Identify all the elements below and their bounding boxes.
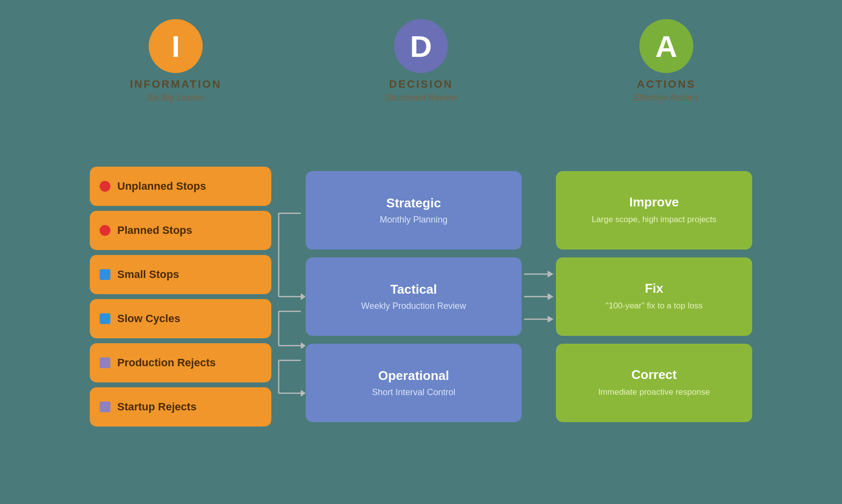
- decision-circle-letter: D: [410, 29, 432, 64]
- left-bracket: [276, 167, 306, 427]
- info-circle: I: [149, 19, 203, 73]
- action-box-1: Fix"100-year" fix to a top loss: [556, 257, 752, 336]
- action-box-title: Correct: [632, 367, 677, 382]
- decision-column: StrategicMonthly PlanningTacticalWeekly …: [306, 171, 522, 422]
- decision-box-subtitle: Monthly Planning: [380, 215, 447, 225]
- loss-label: Production Rejects: [117, 356, 215, 369]
- actions-circle: A: [639, 19, 693, 73]
- loss-dot: [100, 357, 110, 368]
- losses-column: Unplanned StopsPlanned StopsSmall StopsS…: [90, 167, 276, 427]
- action-box-subtitle: "100-year" fix to a top loss: [605, 300, 702, 312]
- info-circle-letter: I: [171, 29, 180, 64]
- center-right-arrows: [522, 267, 556, 327]
- decision-box-title: Strategic: [386, 196, 441, 211]
- decision-box-0: StrategicMonthly Planning: [306, 171, 522, 250]
- info-subtitle: Six Big Losses: [147, 93, 205, 103]
- loss-label: Small Stops: [117, 268, 179, 281]
- loss-item: Unplanned Stops: [90, 167, 271, 206]
- decision-circle: D: [394, 19, 448, 73]
- decision-box-2: OperationalShort Interval Control: [306, 344, 522, 422]
- loss-dot: [100, 313, 110, 324]
- decision-box-1: TacticalWeekly Production Review: [306, 257, 522, 336]
- decision-box-title: Tactical: [391, 282, 437, 297]
- decision-column-header: D DECISION Structured Review: [323, 19, 519, 103]
- info-column-header: I INFORMATION Six Big Losses: [78, 19, 274, 103]
- header-row: I INFORMATION Six Big Losses D DECISION …: [53, 19, 789, 108]
- actions-column: ImproveLarge scope, high impact projects…: [556, 171, 752, 422]
- loss-item: Planned Stops: [90, 211, 271, 250]
- action-box-subtitle: Large scope, high impact projects: [592, 214, 716, 226]
- svg-marker-17: [548, 316, 553, 323]
- loss-item: Small Stops: [90, 255, 271, 294]
- loss-dot: [100, 181, 110, 192]
- svg-marker-7: [301, 342, 306, 349]
- decision-subtitle: Structured Review: [385, 93, 457, 103]
- loss-label: Unplanned Stops: [117, 180, 206, 193]
- loss-label: Startup Rejects: [117, 401, 196, 413]
- svg-marker-11: [301, 390, 306, 397]
- loss-label: Planned Stops: [117, 224, 192, 237]
- action-box-2: CorrectImmediate proactive response: [556, 344, 752, 422]
- svg-marker-15: [548, 293, 553, 300]
- actions-title: ACTIONS: [637, 78, 696, 91]
- actions-circle-letter: A: [656, 29, 678, 64]
- loss-dot: [100, 225, 110, 236]
- main-container: I INFORMATION Six Big Losses D DECISION …: [53, 19, 789, 485]
- loss-item: Production Rejects: [90, 343, 271, 382]
- arrow-3: [524, 312, 553, 327]
- action-box-title: Fix: [645, 281, 663, 296]
- decision-box-title: Operational: [378, 368, 449, 383]
- arrow-2: [524, 289, 553, 304]
- content-area: Unplanned StopsPlanned StopsSmall StopsS…: [53, 108, 789, 485]
- svg-marker-13: [548, 271, 553, 277]
- loss-dot: [100, 269, 110, 280]
- bracket-svg: [276, 167, 306, 427]
- svg-marker-3: [301, 293, 306, 300]
- loss-item: Startup Rejects: [90, 387, 271, 427]
- actions-subtitle: Effective Actions: [634, 93, 699, 103]
- info-title: INFORMATION: [130, 78, 222, 91]
- decision-box-subtitle: Short Interval Control: [372, 387, 455, 398]
- loss-label: Slow Cycles: [117, 312, 180, 325]
- action-box-title: Improve: [629, 195, 679, 210]
- arrow-1: [524, 267, 553, 281]
- loss-dot: [100, 402, 110, 412]
- decision-title: DECISION: [389, 78, 453, 91]
- action-box-0: ImproveLarge scope, high impact projects: [556, 171, 752, 250]
- actions-column-header: A ACTIONS Effective Actions: [568, 19, 764, 103]
- loss-item: Slow Cycles: [90, 299, 271, 338]
- columns-wrapper: Unplanned StopsPlanned StopsSmall StopsS…: [53, 167, 789, 427]
- action-box-subtitle: Immediate proactive response: [598, 386, 710, 398]
- decision-box-subtitle: Weekly Production Review: [361, 301, 466, 311]
